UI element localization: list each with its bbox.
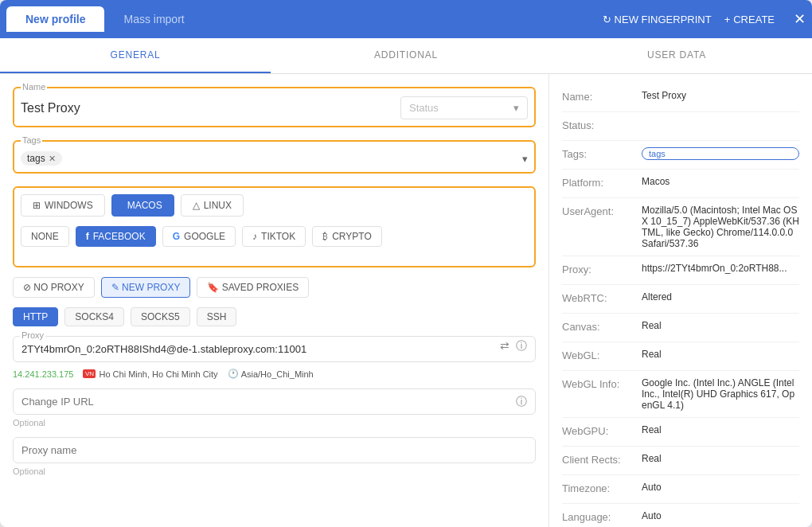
change-ip-url-group: ⓘ xyxy=(13,388,536,415)
info-label-name: Name: xyxy=(562,90,642,103)
no-proxy-icon: ⊘ xyxy=(23,282,31,293)
tags-inner: tags ✕ ▾ xyxy=(21,145,528,166)
proxy-type-buttons: ⊘ NO PROXY ✎ NEW PROXY 🔖 SAVED PROXIES xyxy=(13,277,536,298)
new-proxy-button[interactable]: ✎ NEW PROXY xyxy=(101,277,191,298)
status-placeholder: Status xyxy=(409,102,439,114)
info-label-language: Language: xyxy=(562,510,642,523)
vn-flag: VN xyxy=(83,369,96,378)
plus-icon: + xyxy=(724,14,731,25)
clock-icon: 🕐 xyxy=(228,369,239,379)
info-label-status: Status: xyxy=(562,119,642,131)
info-label-timezone: Timezone: xyxy=(562,482,642,494)
saved-proxies-button[interactable]: 🔖 SAVED PROXIES xyxy=(197,277,309,298)
info-value-timezone: Auto xyxy=(642,482,799,493)
proxy-info-row: 14.241.233.175 VN Ho Chi Minh, Ho Chi Mi… xyxy=(13,369,536,379)
change-ip-url-info-icon[interactable]: ⓘ xyxy=(516,395,527,409)
preset-btn-tiktok[interactable]: ♪ TIKTOK xyxy=(242,226,306,247)
info-row-platform: Platform: Macos xyxy=(562,170,799,198)
os-buttons: ⊞ WINDOWS MACOS △ LINUX xyxy=(21,194,528,217)
tag-close-button[interactable]: ✕ xyxy=(49,154,56,164)
preset-buttons: NONE f FACEBOOK G GOOGLE ♪ TIKTOK xyxy=(21,226,528,247)
fingerprint-icon: ↻ xyxy=(603,14,611,25)
tags-label: Tags xyxy=(21,135,42,145)
proxy-actions: ⇄ ⓘ xyxy=(500,339,527,353)
status-select[interactable]: Status ▾ xyxy=(400,96,528,119)
info-row-timezone: Timezone: Auto xyxy=(562,475,799,504)
flag-icon: VN Ho Chi Minh, Ho Chi Minh City xyxy=(83,369,217,379)
preset-btn-crypto[interactable]: ₿ CRYPTO xyxy=(312,226,382,247)
info-value-webrtc: Altered xyxy=(642,291,799,303)
info-value-client-rects: Real xyxy=(642,453,799,464)
info-value-canvas: Real xyxy=(642,320,799,331)
proxy-input-group: Proxy ⇄ ⓘ xyxy=(13,336,536,362)
app-window: New profile Mass import ↻ NEW FINGERPRIN… xyxy=(0,0,812,527)
os-btn-linux[interactable]: △ LINUX xyxy=(181,194,244,217)
proxy-timezone: Asia/Ho_Chi_Minh xyxy=(241,369,314,379)
sub-tabs: GENERAL ADDITIONAL USER DATA xyxy=(0,38,812,74)
header-actions: ↻ NEW FINGERPRINT + CREATE ✕ xyxy=(603,10,806,28)
tab-user-data[interactable]: USER DATA xyxy=(541,38,812,73)
preset-btn-google[interactable]: G GOOGLE xyxy=(162,226,236,247)
info-value-platform: Macos xyxy=(642,176,799,187)
crypto-icon: ₿ xyxy=(322,231,328,242)
create-button[interactable]: + CREATE xyxy=(724,14,775,25)
preset-btn-none[interactable]: NONE xyxy=(21,226,69,247)
info-value-webgpu: Real xyxy=(642,424,799,435)
protocol-socks4[interactable]: SOCKS4 xyxy=(64,307,124,326)
name-field-group: Name Status ▾ xyxy=(13,87,536,127)
info-row-webgpu: WebGPU: Real xyxy=(562,418,799,447)
info-label-platform: Platform: xyxy=(562,176,642,189)
protocol-socks5[interactable]: SOCKS5 xyxy=(131,307,190,326)
tab-general[interactable]: GENERAL xyxy=(0,38,271,73)
os-btn-macos[interactable]: MACOS xyxy=(111,194,174,217)
tags-dropdown[interactable]: ▾ xyxy=(522,153,528,165)
close-button[interactable]: ✕ xyxy=(794,10,806,28)
no-proxy-button[interactable]: ⊘ NO PROXY xyxy=(13,277,95,298)
info-row-tags: Tags: tags xyxy=(562,141,799,170)
info-label-proxy: Proxy: xyxy=(562,263,642,275)
info-row-webrtc: WebRTC: Altered xyxy=(562,285,799,314)
info-row-proxy: Proxy: https://2TYt4bmrOn_0:2oRTH88... xyxy=(562,256,799,285)
proxy-location: Ho Chi Minh, Ho Chi Minh City xyxy=(99,369,217,379)
protocol-http[interactable]: HTTP xyxy=(13,307,58,326)
os-btn-windows[interactable]: ⊞ WINDOWS xyxy=(21,194,105,217)
proxy-input-label: Proxy xyxy=(20,330,45,340)
info-row-client-rects: Client Rects: Real xyxy=(562,447,799,475)
change-ip-url-input[interactable] xyxy=(21,392,527,408)
info-row-name: Name: Test Proxy xyxy=(562,84,799,112)
info-row-webgl: WebGL: Real xyxy=(562,342,799,371)
protocol-buttons: HTTP SOCKS4 SOCKS5 SSH xyxy=(13,307,536,326)
info-value-webgl: Real xyxy=(642,349,799,360)
info-value-name: Test Proxy xyxy=(642,90,799,101)
tab-additional[interactable]: ADDITIONAL xyxy=(271,38,541,73)
timezone-row: 🕐 Asia/Ho_Chi_Minh xyxy=(228,369,314,379)
info-value-useragent: Mozilla/5.0 (Macintosh; Intel Mac OS X 1… xyxy=(642,205,799,249)
header: New profile Mass import ↻ NEW FINGERPRIN… xyxy=(0,0,812,38)
info-row-webgl-info: WebGL Info: Google Inc. (Intel Inc.) ANG… xyxy=(562,371,799,418)
proxy-info-icon[interactable]: ⓘ xyxy=(516,339,527,353)
info-label-tags: Tags: xyxy=(562,147,642,160)
change-ip-url-optional: Optional xyxy=(13,418,536,427)
info-value-tags: tags xyxy=(642,147,799,160)
tags-field-group: Tags tags ✕ ▾ xyxy=(13,140,536,174)
name-label: Name xyxy=(21,82,47,92)
info-value-language: Auto xyxy=(642,510,799,521)
name-input[interactable] xyxy=(21,101,394,115)
tab-new-profile[interactable]: New profile xyxy=(6,6,104,32)
preset-btn-facebook[interactable]: f FACEBOOK xyxy=(76,226,156,247)
left-panel: Name Status ▾ Tags tags ✕ ▾ xyxy=(0,74,549,527)
tag-badge: tags ✕ xyxy=(21,151,62,166)
windows-icon: ⊞ xyxy=(33,200,41,211)
proxy-input[interactable] xyxy=(21,340,527,355)
proxy-name-input[interactable] xyxy=(21,441,527,456)
info-label-webgl: WebGL: xyxy=(562,349,642,361)
info-row-language: Language: Auto xyxy=(562,504,799,527)
info-label-webrtc: WebRTC: xyxy=(562,291,642,304)
new-proxy-icon: ✎ xyxy=(111,282,119,293)
proxy-refresh-icon[interactable]: ⇄ xyxy=(500,339,509,353)
new-fingerprint-button[interactable]: ↻ NEW FINGERPRINT xyxy=(603,14,712,25)
tab-mass-import[interactable]: Mass import xyxy=(104,6,203,32)
proxy-name-group xyxy=(13,437,536,463)
info-label-webgpu: WebGPU: xyxy=(562,424,642,437)
protocol-ssh[interactable]: SSH xyxy=(197,307,237,326)
